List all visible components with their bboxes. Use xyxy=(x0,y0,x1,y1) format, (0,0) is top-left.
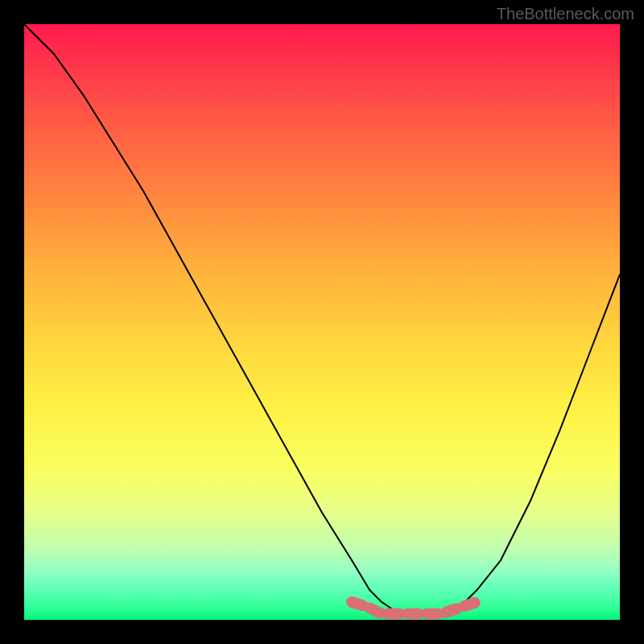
bottleneck-curve-path xyxy=(24,24,620,614)
optimal-range-marker-path xyxy=(352,602,477,614)
chart-plot-area xyxy=(24,24,620,620)
chart-svg xyxy=(24,24,620,620)
watermark-text: TheBottleneck.com xyxy=(497,5,634,23)
